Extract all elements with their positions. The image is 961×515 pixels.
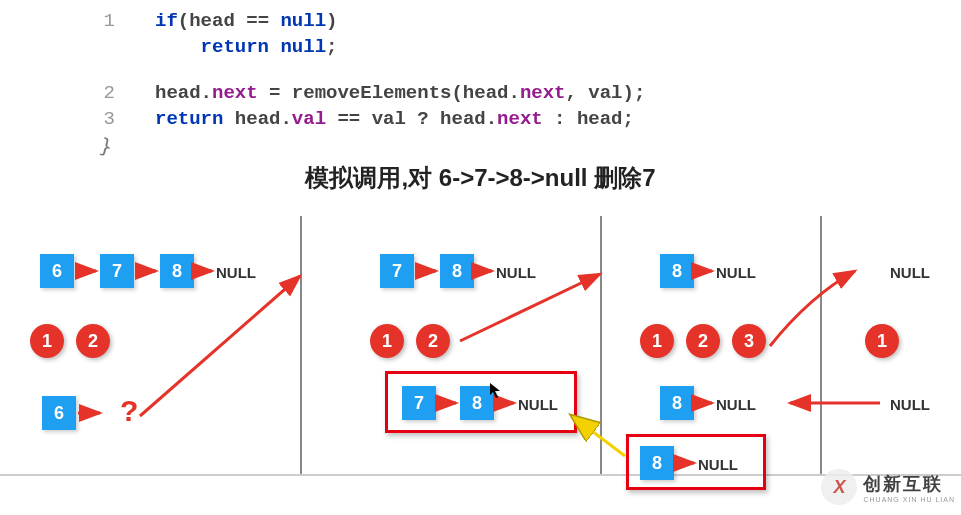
line-number: 3 — [0, 106, 155, 132]
brand-name: 创新互联 — [863, 472, 955, 496]
step-badge: 2 — [76, 324, 110, 358]
null-label: NULL — [716, 264, 756, 281]
list-node: 8 — [460, 386, 494, 420]
null-label: NULL — [496, 264, 536, 281]
brand-subtitle: CHUANG XIN HU LIAN — [863, 496, 955, 503]
list-node: 8 — [640, 446, 674, 480]
list-node: 7 — [402, 386, 436, 420]
step-badge: 1 — [370, 324, 404, 358]
null-label: NULL — [518, 396, 558, 413]
list-node: 8 — [660, 386, 694, 420]
line-number: 2 — [0, 80, 155, 106]
code-text: return head.val == val ? head.next : hea… — [155, 106, 634, 132]
watermark: X 创新互联 CHUANG XIN HU LIAN — [821, 469, 955, 505]
list-node: 7 — [100, 254, 134, 288]
null-label: NULL — [698, 456, 738, 473]
panel-separator — [600, 216, 602, 474]
list-node: 8 — [160, 254, 194, 288]
step-badge: 1 — [30, 324, 64, 358]
code-text: if(head == null) — [155, 8, 337, 34]
step-badge: 2 — [686, 324, 720, 358]
arrows-overlay — [0, 216, 961, 496]
step-badge: 1 — [865, 324, 899, 358]
null-label: NULL — [216, 264, 256, 281]
diagram-title: 模拟调用,对 6->7->8->null 删除7 — [0, 162, 961, 194]
code-block: 1 if(head == null) return null; 2 head.n… — [0, 0, 961, 132]
step-badge: 1 — [640, 324, 674, 358]
svg-line-4 — [140, 276, 300, 416]
recursion-panels: 6 7 8 NULL 1 2 6 ? 7 8 NULL 1 2 7 8 NULL… — [0, 216, 961, 476]
step-badge: 2 — [416, 324, 450, 358]
list-node: 8 — [660, 254, 694, 288]
panel-separator — [820, 216, 822, 474]
list-node: 7 — [380, 254, 414, 288]
question-mark: ? — [120, 394, 138, 428]
null-label: NULL — [890, 264, 930, 281]
text-cursor-glyph: } — [97, 133, 115, 159]
panel-separator — [300, 216, 302, 474]
list-node: 6 — [40, 254, 74, 288]
brand-logo-icon: X — [821, 469, 857, 505]
svg-line-14 — [572, 416, 625, 456]
svg-line-9 — [460, 274, 600, 341]
line-number: 1 — [0, 8, 155, 34]
null-label: NULL — [716, 396, 756, 413]
null-label: NULL — [890, 396, 930, 413]
list-node: 6 — [42, 396, 76, 430]
code-text: head.next = removeElements(head.next, va… — [155, 80, 645, 106]
code-text: return null; — [155, 34, 337, 60]
list-node: 8 — [440, 254, 474, 288]
step-badge: 3 — [732, 324, 766, 358]
